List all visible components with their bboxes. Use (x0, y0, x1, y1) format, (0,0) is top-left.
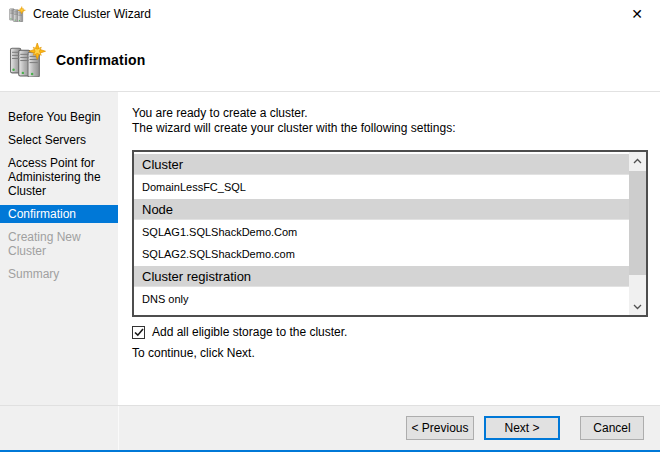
sidebar-item-confirmation[interactable]: Confirmation (0, 205, 118, 223)
sidebar-item-summary: Summary (0, 265, 118, 283)
wizard-button-bar: < Previous Next > Cancel (0, 405, 660, 450)
vertical-scrollbar[interactable] (629, 152, 646, 315)
settings-section-header: Cluster (134, 154, 629, 175)
add-storage-checkbox[interactable] (132, 326, 145, 339)
cancel-button[interactable]: Cancel (580, 416, 644, 440)
sidebar-item-select-servers[interactable]: Select Servers (0, 131, 118, 149)
settings-report-list[interactable]: ClusterDomainLessFC_SQLNodeSQLAG1.SQLSha… (132, 150, 648, 317)
intro-line-1: You are ready to create a cluster. (132, 106, 660, 121)
title-bar: Create Cluster Wizard ✕ (0, 0, 660, 28)
cluster-icon (9, 6, 26, 22)
sidebar-item-access-point-for-administering-the-cluster[interactable]: Access Point for Administering the Clust… (0, 154, 118, 200)
cluster-icon (9, 42, 47, 77)
wizard-steps-sidebar: Before You BeginSelect ServersAccess Poi… (0, 92, 118, 405)
confirmation-content: You are ready to create a cluster. The w… (118, 92, 660, 405)
settings-value: DomainLessFC_SQL (134, 177, 629, 197)
scroll-down-icon[interactable] (629, 298, 646, 315)
wizard-header: Confirmation (0, 28, 660, 92)
settings-section-header: Node (134, 199, 629, 220)
previous-button[interactable]: < Previous (406, 416, 474, 440)
page-title: Confirmation (56, 52, 146, 68)
footer-divider (118, 406, 119, 450)
add-storage-checkbox-label[interactable]: Add all eligible storage to the cluster. (152, 325, 347, 339)
close-icon[interactable]: ✕ (622, 1, 652, 27)
settings-value: SQLAG1.SQLShackDemo.Com (134, 222, 629, 242)
scrollbar-thumb[interactable] (629, 171, 646, 275)
continue-hint: To continue, click Next. (132, 346, 660, 360)
sidebar-item-before-you-begin[interactable]: Before You Begin (0, 108, 118, 126)
intro-line-2: The wizard will create your cluster with… (132, 121, 660, 136)
next-button[interactable]: Next > (484, 416, 560, 440)
scroll-up-icon[interactable] (629, 152, 646, 169)
create-cluster-wizard-window: Create Cluster Wizard ✕ Confirmation Bef… (0, 0, 660, 452)
window-title: Create Cluster Wizard (33, 7, 151, 21)
settings-value: DNS only (134, 289, 629, 309)
settings-value: SQLAG2.SQLShackDemo.com (134, 244, 629, 264)
sidebar-item-creating-new-cluster: Creating New Cluster (0, 228, 118, 260)
settings-list: ClusterDomainLessFC_SQLNodeSQLAG1.SQLSha… (134, 152, 629, 315)
settings-section-header: Cluster registration (134, 266, 629, 287)
